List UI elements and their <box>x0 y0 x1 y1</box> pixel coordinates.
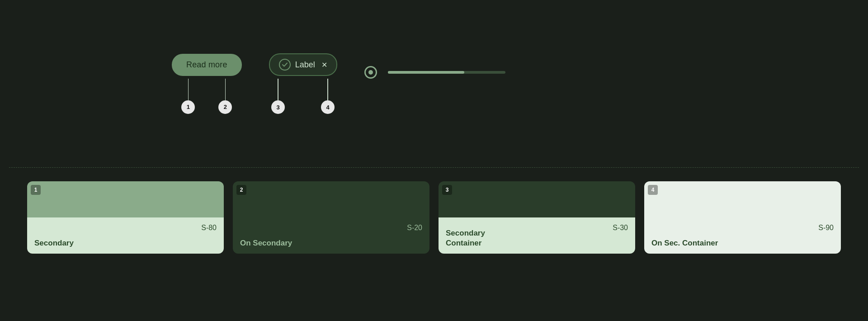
chip-component: Label ✕ 3 4 <box>269 53 337 114</box>
bottom-section: 1 Secondary S-80 2 On Secondary S-20 3 S… <box>0 168 868 267</box>
annotation-badge-3: 3 <box>271 100 285 114</box>
swatch-2-number: 2 <box>236 185 246 195</box>
annotation-2-col: 2 <box>218 79 232 114</box>
swatch-4-name: On Sec. Container <box>651 238 718 248</box>
swatch-2-bottom: On Secondary S-20 <box>233 217 429 254</box>
swatch-1-number: 1 <box>31 185 41 195</box>
swatch-secondary: 1 Secondary S-80 <box>27 181 224 254</box>
slider-fill <box>388 71 464 74</box>
swatch-2-top-color <box>233 181 429 217</box>
annotation-badge-4: 4 <box>321 100 335 114</box>
swatch-3-top-color <box>439 181 635 217</box>
annotation-badge-1: 1 <box>181 100 195 114</box>
annotation-1-col: 1 <box>181 79 195 114</box>
swatch-4-bottom: On Sec. Container S-90 <box>644 217 841 254</box>
swatch-on-secondary: 2 On Secondary S-20 <box>233 181 429 254</box>
annotation-badge-2: 2 <box>218 100 232 114</box>
swatch-1-bottom: Secondary S-80 <box>27 217 224 254</box>
swatch-1-name: Secondary <box>34 238 74 248</box>
swatch-3-number: 3 <box>442 185 452 195</box>
radio-button[interactable] <box>364 66 377 79</box>
swatch-3-bottom: SecondaryContainer S-30 <box>439 217 635 254</box>
annotation-4-line <box>327 79 328 100</box>
swatch-3-name: SecondaryContainer <box>446 228 485 248</box>
swatch-1-code: S-80 <box>201 224 217 232</box>
swatch-1-top-color <box>27 181 224 217</box>
annotation-3-col: 3 <box>271 79 285 114</box>
chip-check-icon <box>279 59 291 71</box>
swatch-4-top-color <box>644 181 841 217</box>
annotation-4-col: 4 <box>321 79 335 114</box>
swatch-secondary-container: 3 SecondaryContainer S-30 <box>439 181 635 254</box>
chip-label: Label <box>295 60 315 70</box>
read-more-annotations: 1 2 <box>181 79 232 114</box>
chip-annotations: 3 4 <box>271 79 335 114</box>
slider-track[interactable] <box>388 71 505 74</box>
swatch-on-sec-container: 4 On Sec. Container S-90 <box>644 181 841 254</box>
swatch-2-code: S-20 <box>407 224 422 232</box>
annotation-1-line <box>188 79 189 100</box>
annotation-3-line <box>278 79 278 100</box>
chip-close-icon[interactable]: ✕ <box>321 61 327 69</box>
top-section: Read more 1 2 Label <box>0 0 868 167</box>
read-more-button[interactable]: Read more <box>172 54 242 76</box>
swatch-4-code: S-90 <box>818 224 834 232</box>
annotation-2-line <box>225 79 226 100</box>
swatch-4-number: 4 <box>648 185 658 195</box>
swatch-2-name: On Secondary <box>240 238 292 248</box>
swatch-3-code: S-30 <box>613 224 628 232</box>
page-container: Read more 1 2 Label <box>0 0 868 267</box>
radio-slider-group <box>364 66 505 79</box>
chip-element[interactable]: Label ✕ <box>269 53 337 76</box>
read-more-component: Read more 1 2 <box>172 54 242 114</box>
radio-inner-dot <box>368 70 373 75</box>
